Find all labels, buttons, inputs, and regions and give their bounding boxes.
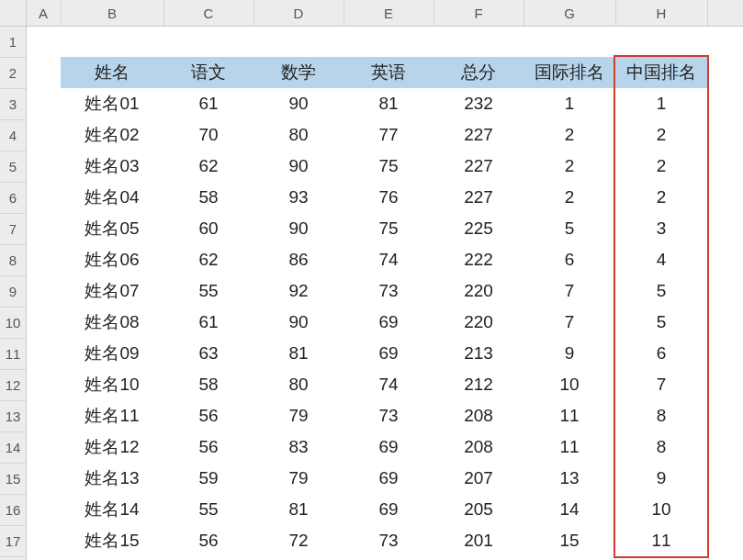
cell-A17[interactable]: [26, 525, 61, 556]
cell-A9[interactable]: [26, 275, 61, 307]
column-header-E[interactable]: E: [343, 0, 434, 26]
row-header-8[interactable]: 8: [0, 244, 26, 276]
cell-B15[interactable]: 姓名13: [61, 463, 163, 494]
cell-F2[interactable]: 总分: [433, 57, 523, 88]
cell-C8[interactable]: 62: [163, 244, 253, 275]
cell-D10[interactable]: 90: [253, 307, 343, 338]
cell-F17[interactable]: 201: [433, 525, 523, 556]
cell-A2[interactable]: [26, 57, 61, 88]
cell-F8[interactable]: 222: [433, 244, 523, 275]
cell-F3[interactable]: 232: [433, 88, 523, 119]
cell-F5[interactable]: 227: [433, 151, 523, 182]
cell-C10[interactable]: 61: [163, 307, 253, 338]
row-header-16[interactable]: 16: [0, 494, 26, 526]
column-header-A[interactable]: A: [26, 0, 62, 26]
cell-C17[interactable]: 56: [163, 525, 253, 556]
cell-D8[interactable]: 86: [253, 244, 343, 275]
row-header-14[interactable]: 14: [0, 431, 26, 464]
cell-G11[interactable]: 9: [523, 338, 615, 369]
cell-C11[interactable]: 63: [163, 338, 253, 369]
cell-E15[interactable]: 69: [343, 463, 433, 494]
cell-D12[interactable]: 80: [253, 369, 343, 400]
cell-B13[interactable]: 姓名11: [61, 400, 163, 431]
cell-A4[interactable]: [26, 119, 61, 151]
cell-D11[interactable]: 81: [253, 338, 343, 369]
cell-H7[interactable]: 3: [615, 213, 707, 244]
cell-E6[interactable]: 76: [343, 182, 433, 213]
column-header-D[interactable]: D: [253, 0, 344, 26]
cell-E14[interactable]: 69: [343, 431, 433, 463]
cell-D15[interactable]: 79: [253, 463, 343, 494]
cell-B17[interactable]: 姓名15: [61, 525, 163, 556]
row-header-4[interactable]: 4: [0, 119, 26, 151]
row-header-9[interactable]: 9: [0, 275, 26, 308]
cell-B14[interactable]: 姓名12: [61, 431, 163, 463]
row-header-7[interactable]: 7: [0, 213, 26, 245]
cell-G18[interactable]: [523, 556, 615, 560]
cell-G6[interactable]: 2: [523, 182, 615, 213]
cell-G15[interactable]: 13: [523, 463, 615, 494]
row-header-5[interactable]: 5: [0, 151, 26, 183]
cell-A13[interactable]: [26, 400, 61, 431]
cell-A11[interactable]: [26, 338, 61, 369]
row-header-18[interactable]: 18: [0, 556, 26, 560]
cell-F13[interactable]: 208: [433, 400, 523, 431]
cell-C2[interactable]: 语文: [163, 57, 253, 88]
cell-E2[interactable]: 英语: [343, 57, 433, 88]
cell-A10[interactable]: [26, 307, 61, 338]
cell-D1[interactable]: [253, 26, 343, 57]
cell-F14[interactable]: 208: [433, 431, 523, 463]
cell-H2[interactable]: 中国排名: [615, 57, 707, 88]
cell-H15[interactable]: 9: [615, 463, 707, 494]
cell-G9[interactable]: 7: [523, 275, 615, 307]
cell-G17[interactable]: 15: [523, 525, 615, 556]
cell-D18[interactable]: [253, 556, 343, 560]
row-header-1[interactable]: 1: [0, 26, 26, 58]
cell-C9[interactable]: 55: [163, 275, 253, 307]
cell-C15[interactable]: 59: [163, 463, 253, 494]
cell-E10[interactable]: 69: [343, 307, 433, 338]
cell-A6[interactable]: [26, 182, 61, 213]
column-header-G[interactable]: G: [523, 0, 616, 26]
cell-E8[interactable]: 74: [343, 244, 433, 275]
cell-H13[interactable]: 8: [615, 400, 707, 431]
cell-D4[interactable]: 80: [253, 119, 343, 151]
cell-A18[interactable]: [26, 556, 61, 560]
cell-D9[interactable]: 92: [253, 275, 343, 307]
cell-G8[interactable]: 6: [523, 244, 615, 275]
cell-H17[interactable]: 11: [615, 525, 707, 556]
cell-E1[interactable]: [343, 26, 433, 57]
cell-E17[interactable]: 73: [343, 525, 433, 556]
cell-C16[interactable]: 55: [163, 494, 253, 525]
cell-H12[interactable]: 7: [615, 369, 707, 400]
cell-D16[interactable]: 81: [253, 494, 343, 525]
column-header-F[interactable]: F: [433, 0, 524, 26]
row-header-17[interactable]: 17: [0, 525, 26, 557]
cell-H16[interactable]: 10: [615, 494, 707, 525]
cell-D6[interactable]: 93: [253, 182, 343, 213]
row-header-12[interactable]: 12: [0, 369, 26, 401]
cell-B18[interactable]: [61, 556, 163, 560]
cell-A1[interactable]: [26, 26, 61, 57]
cell-C1[interactable]: [163, 26, 253, 57]
cell-H5[interactable]: 2: [615, 151, 707, 182]
cell-F15[interactable]: 207: [433, 463, 523, 494]
cell-E11[interactable]: 69: [343, 338, 433, 369]
row-header-6[interactable]: 6: [0, 182, 26, 214]
cell-E9[interactable]: 73: [343, 275, 433, 307]
cell-G5[interactable]: 2: [523, 151, 615, 182]
cell-B11[interactable]: 姓名09: [61, 338, 163, 369]
select-all-corner[interactable]: [0, 0, 27, 27]
cell-E16[interactable]: 69: [343, 494, 433, 525]
cell-H10[interactable]: 5: [615, 307, 707, 338]
cell-C18[interactable]: [163, 556, 253, 560]
cell-H18[interactable]: [615, 556, 707, 560]
cell-A5[interactable]: [26, 151, 61, 182]
cell-C6[interactable]: 58: [163, 182, 253, 213]
cell-A16[interactable]: [26, 494, 61, 525]
cell-B16[interactable]: 姓名14: [61, 494, 163, 525]
cell-H8[interactable]: 4: [615, 244, 707, 275]
cell-G14[interactable]: 11: [523, 431, 615, 463]
cell-A12[interactable]: [26, 369, 61, 400]
cell-A3[interactable]: [26, 88, 61, 119]
